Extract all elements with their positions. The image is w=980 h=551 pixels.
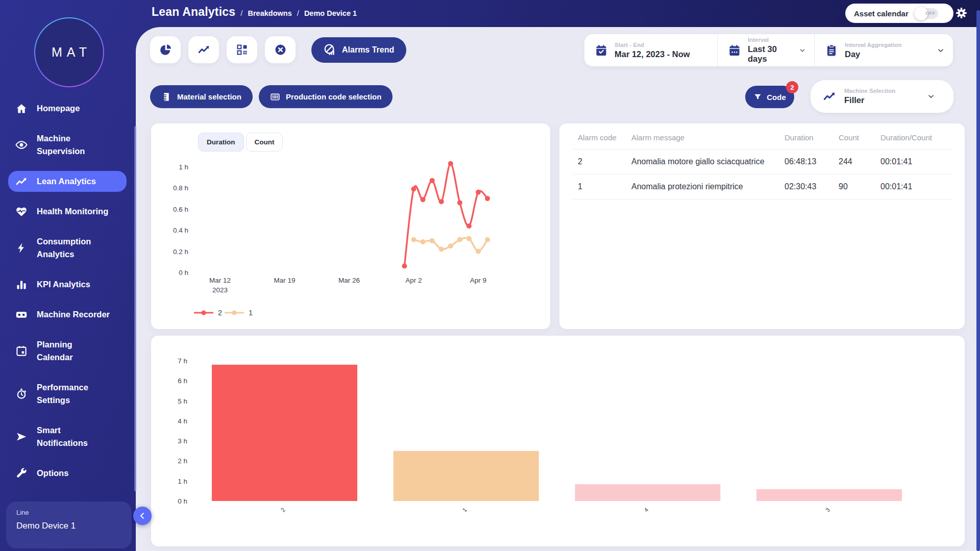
- alarms-trend-view-button[interactable]: Alarms Trend: [311, 37, 406, 63]
- alarm-cell: 02:30:43: [779, 174, 834, 199]
- sidebar-item-label: Smart Notifications: [37, 424, 88, 449]
- duration-count-tabs: DurationCount: [198, 133, 283, 152]
- sidebar-item-planning-calendar[interactable]: Planning Calendar: [8, 334, 127, 368]
- alarms-duration-bar-card: 0 h1 h2 h3 h4 h5 h6 h7 h2143: [151, 336, 965, 546]
- svg-text:2023: 2023: [212, 286, 228, 294]
- code-filter-label: Code: [767, 93, 786, 102]
- filter-start-end[interactable]: Start - EndMar 12, 2023 - Now: [584, 34, 717, 66]
- svg-text:0.4 h: 0.4 h: [173, 227, 188, 234]
- tab-duration[interactable]: Duration: [198, 133, 244, 152]
- asset-calendar-toggle[interactable]: OFF: [915, 8, 938, 19]
- chevron-down-icon: [937, 46, 945, 55]
- svg-text:5 h: 5 h: [178, 397, 187, 405]
- qr-view-button[interactable]: [227, 36, 257, 63]
- breadcrumb: Lean Analytics /Breakdowns/Demo Device 1: [152, 5, 357, 19]
- sidebar-item-label: Consumption Analytics: [37, 235, 91, 261]
- bar-4: [575, 484, 720, 501]
- table-column-header: Count: [834, 123, 875, 149]
- alarm-cell: 1: [573, 174, 626, 199]
- sidebar-item-label: Machine Supervision: [37, 132, 85, 158]
- svg-text:2: 2: [280, 507, 286, 513]
- filter-interval-aggregation[interactable]: Interval AggregationDay: [814, 34, 953, 66]
- machine-selection-dropdown[interactable]: Machine Selection Filler: [811, 80, 953, 113]
- breadcrumb-separator: /: [297, 9, 299, 17]
- asset-calendar-pill: Asset calendar OFF: [845, 4, 953, 23]
- filter-interval[interactable]: IntervalLast 30 days: [717, 34, 814, 66]
- page-title: Lean Analytics: [152, 5, 235, 19]
- sidebar-item-label: KPI Analytics: [37, 278, 90, 291]
- chevron-down-icon: [799, 46, 806, 55]
- trend-icon: [15, 176, 28, 188]
- production-code-selection-button[interactable]: Production code selection: [259, 85, 393, 108]
- sidebar-item-smart-notifications[interactable]: Smart Notifications: [8, 420, 127, 454]
- table-column-header: Alarm code: [573, 123, 626, 149]
- alarms-trend-view-label: Alarms Trend: [342, 45, 394, 55]
- breadcrumb-item[interactable]: Demo Device 1: [304, 9, 357, 17]
- alarms-trend-line-chart: 0 h0.2 h0.4 h0.6 h0.8 h1 hMar 122023Mar …: [151, 123, 550, 329]
- svg-text:7 h: 7 h: [178, 357, 187, 365]
- page-scrollbar[interactable]: [976, 10, 980, 551]
- pie-view-button[interactable]: [150, 36, 181, 63]
- alarm-cell: 2: [573, 149, 626, 174]
- button-label: Material selection: [177, 92, 241, 101]
- content-surface: Alarms Trend Start - EndMar 12, 2023 - N…: [136, 27, 980, 551]
- sidebar-item-performance-settings[interactable]: Performance Settings: [8, 377, 127, 411]
- calendar-dots-icon: [728, 44, 741, 57]
- alarm-row[interactable]: 1Anomalia protezioni riempitrice02:30:43…: [573, 174, 951, 199]
- device-name: Demo Device 1: [16, 521, 121, 531]
- trend-view-button[interactable]: [188, 36, 219, 63]
- chevron-left-icon: [138, 511, 147, 520]
- alarms-table: Alarm codeAlarm messageDurationCountDura…: [573, 123, 951, 199]
- sidebar-item-health-monitoring[interactable]: Health Monitoring: [8, 201, 127, 222]
- sidebar-item-label: Health Monitoring: [37, 205, 108, 218]
- sidebar-item-label: Homepage: [37, 102, 80, 115]
- sidebar-item-consumption-analytics[interactable]: Consumption Analytics: [8, 231, 127, 265]
- filter-label: Start - End: [615, 42, 690, 48]
- svg-text:4: 4: [643, 506, 650, 513]
- bar-2: [212, 365, 357, 501]
- brand-logo: MAT: [34, 17, 104, 87]
- brand-logo-text: MAT: [47, 45, 91, 60]
- sidebar-collapse-button[interactable]: [133, 507, 152, 525]
- bar-1: [394, 451, 539, 501]
- home-icon: [15, 103, 28, 115]
- sidebar-item-kpi-analytics[interactable]: KPI Analytics: [8, 274, 127, 295]
- filter-value: Day: [845, 49, 901, 59]
- machine-selection-value: Filler: [844, 95, 895, 105]
- device-selector-card[interactable]: Line Demo Device 1: [6, 502, 132, 548]
- x-circle-view-button[interactable]: [265, 36, 296, 63]
- svg-text:3 h: 3 h: [178, 437, 187, 445]
- sidebar-item-lean-analytics[interactable]: Lean Analytics: [8, 171, 127, 192]
- settings-gear-icon[interactable]: [955, 7, 968, 19]
- barcode-icon: [270, 92, 280, 102]
- svg-text:1: 1: [461, 507, 468, 513]
- code-filter-badge: 2: [786, 81, 798, 93]
- sidebar-item-machine-recorder[interactable]: Machine Recorder: [8, 304, 127, 325]
- device-type-label: Line: [16, 509, 121, 516]
- selection-buttons: Material selectionProduction code select…: [150, 85, 393, 108]
- pie-icon: [159, 43, 172, 56]
- sidebar-scrollbar[interactable]: [134, 126, 137, 491]
- sidebar-item-label: Machine Recorder: [37, 308, 110, 321]
- code-filter-button[interactable]: Code 2: [745, 86, 794, 108]
- alarm-cell: Anomalia protezioni riempitrice: [626, 174, 779, 199]
- brand-logo-circle: MAT: [35, 18, 103, 86]
- svg-text:Apr 2: Apr 2: [405, 277, 422, 284]
- svg-text:1 h: 1 h: [178, 478, 187, 485]
- eye-icon: [15, 139, 28, 151]
- sidebar-item-homepage[interactable]: Homepage: [8, 98, 127, 119]
- sidebar-item-options[interactable]: Options: [8, 463, 127, 484]
- breadcrumb-item[interactable]: Breakdowns: [248, 9, 291, 17]
- alarms-trend-card: DurationCount 0 h0.2 h0.4 h0.6 h0.8 h1 h…: [151, 123, 550, 329]
- x-circle-icon: [274, 43, 287, 56]
- view-buttons: [150, 36, 296, 63]
- svg-text:Apr 9: Apr 9: [470, 277, 486, 284]
- alarm-row[interactable]: 2Anomalia motore giallo sciacquatrice06:…: [573, 149, 951, 174]
- tab-count[interactable]: Count: [246, 133, 283, 152]
- material-icon: [161, 92, 172, 102]
- svg-text:3: 3: [824, 507, 831, 513]
- svg-text:0 h: 0 h: [178, 497, 187, 505]
- alarm-cell: 06:48:13: [779, 149, 834, 174]
- material-selection-button[interactable]: Material selection: [150, 85, 253, 108]
- sidebar-item-machine-supervision[interactable]: Machine Supervision: [8, 128, 127, 162]
